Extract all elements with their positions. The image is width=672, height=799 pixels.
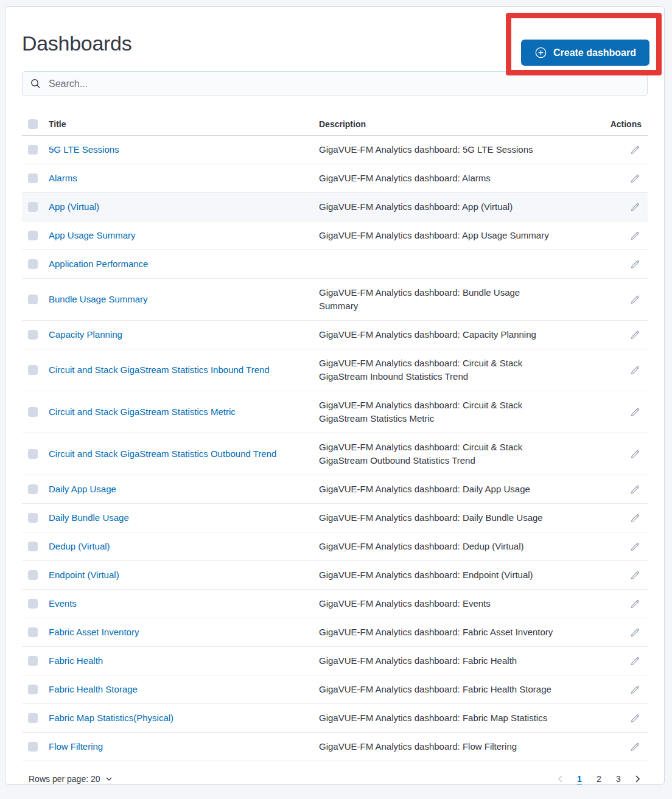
search-input[interactable] [47,78,639,90]
select-all-checkbox[interactable] [28,119,38,129]
actions-cell [592,742,648,752]
edit-pencil-icon[interactable] [630,145,640,155]
row-checkbox[interactable] [28,570,38,580]
dashboard-title-link[interactable]: App (Virtual) [49,201,99,212]
row-checkbox[interactable] [28,484,38,494]
dashboard-title-link[interactable]: Circuit and Stack GigaStream Statistics … [49,365,270,375]
row-checkbox[interactable] [28,713,38,723]
edit-pencil-icon[interactable] [630,365,640,375]
edit-pencil-icon[interactable] [630,449,640,459]
row-checkbox[interactable] [28,330,38,340]
dashboard-title-link[interactable]: Circuit and Stack GigaStream Statistics … [49,448,276,459]
row-checkbox[interactable] [28,295,38,304]
dashboard-title-link[interactable]: Endpoint (Virtual) [49,570,119,580]
actions-cell [592,330,648,340]
title-cell: Fabric Health [49,654,319,668]
dashboard-title-link[interactable]: Application Performance [49,259,148,269]
edit-pencil-icon[interactable] [630,484,640,495]
page-number-2[interactable]: 2 [592,771,606,785]
table-row: Fabric Health Storage GigaVUE-FM Analyti… [22,675,648,704]
rows-per-page-selector[interactable]: Rows per page: 20 [29,774,113,784]
dashboard-title-link[interactable]: Fabric Asset Inventory [49,627,139,637]
dashboard-title-link[interactable]: Alarms [49,173,77,183]
dashboard-title-link[interactable]: 5G LTE Sessions [49,144,119,155]
edit-pencil-icon[interactable] [630,407,640,417]
create-dashboard-button[interactable]: Create dashboard [521,40,649,66]
dashboard-description: GigaVUE-FM Analytics dashboard: App Usag… [319,229,592,242]
dashboard-title-link[interactable]: Fabric Health [49,655,103,666]
row-checkbox-cell [22,542,49,551]
edit-pencil-icon[interactable] [630,570,640,581]
table-body: 5G LTE Sessions GigaVUE-FM Analytics das… [22,136,648,761]
row-checkbox[interactable] [28,627,38,637]
row-checkbox[interactable] [28,542,38,551]
title-cell: Fabric Asset Inventory [49,626,319,639]
dashboard-description: GigaVUE-FM Analytics dashboard: Fabric M… [319,711,592,725]
row-checkbox[interactable] [28,231,38,240]
row-checkbox[interactable] [28,173,38,183]
actions-cell [592,295,648,305]
row-checkbox[interactable] [28,449,38,459]
title-cell: App (Virtual) [49,200,319,214]
dashboard-title-link[interactable]: Fabric Health Storage [49,684,138,694]
edit-pencil-icon[interactable] [630,656,640,666]
dashboard-title-link[interactable]: App Usage Summary [49,230,136,240]
edit-pencil-icon[interactable] [630,542,640,552]
dashboard-title-link[interactable]: Bundle Usage Summary [49,294,148,304]
search-bar [22,71,648,96]
row-checkbox[interactable] [28,513,38,523]
chevron-down-icon [105,775,113,783]
title-cell: Events [49,597,319,610]
dashboard-title-link[interactable]: Daily App Usage [49,484,116,494]
previous-page-button[interactable] [554,773,567,784]
title-cell: Alarms [49,172,319,185]
edit-pencil-icon[interactable] [630,713,640,724]
next-page-button[interactable] [631,773,644,784]
dashboard-description: GigaVUE-FM Analytics dashboard: Circuit … [319,357,592,383]
row-checkbox[interactable] [28,407,38,417]
row-checkbox[interactable] [28,202,38,212]
row-checkbox-cell [22,685,49,694]
edit-pencil-icon[interactable] [630,259,640,270]
row-checkbox[interactable] [28,599,38,609]
dashboard-title-link[interactable]: Circuit and Stack GigaStream Statistics … [49,406,236,417]
actions-cell [592,173,648,184]
dashboard-description: GigaVUE-FM Analytics dashboard: Fabric A… [319,626,592,639]
title-cell: Circuit and Stack GigaStream Statistics … [49,363,319,377]
edit-pencil-icon[interactable] [630,202,640,212]
dashboard-title-link[interactable]: Capacity Planning [49,329,122,340]
dashboard-description: GigaVUE-FM Analytics dashboard: Daily Ap… [319,483,592,496]
table-row: Events GigaVUE-FM Analytics dashboard: E… [22,590,648,618]
dashboard-description: GigaVUE-FM Analytics dashboard: Dedup (V… [319,540,592,553]
edit-pencil-icon[interactable] [630,513,640,523]
dashboard-description: GigaVUE-FM Analytics dashboard: Bundle U… [319,286,592,313]
row-checkbox[interactable] [28,656,38,666]
edit-pencil-icon[interactable] [630,330,640,340]
edit-pencil-icon[interactable] [630,231,640,241]
dashboard-title-link[interactable]: Fabric Map Statistics(Physical) [49,713,173,723]
edit-pencil-icon[interactable] [630,685,640,695]
edit-pencil-icon[interactable] [630,599,640,609]
dashboard-title-link[interactable]: Daily Bundle Usage [49,512,129,523]
row-checkbox[interactable] [28,742,38,752]
dashboard-title-link[interactable]: Dedup (Virtual) [49,541,110,551]
dashboard-title-link[interactable]: Flow Filtering [49,741,103,752]
page-number-3[interactable]: 3 [611,771,626,785]
edit-pencil-icon[interactable] [630,295,640,305]
row-checkbox-cell [22,513,49,523]
title-cell: Circuit and Stack GigaStream Statistics … [49,405,319,419]
edit-pencil-icon[interactable] [630,173,640,184]
dashboard-description: GigaVUE-FM Analytics dashboard: Alarms [319,172,592,185]
dashboard-description: GigaVUE-FM Analytics dashboard: Daily Bu… [319,511,592,525]
row-checkbox[interactable] [28,365,38,375]
table-row: Daily App Usage GigaVUE-FM Analytics das… [22,475,648,504]
dashboard-title-link[interactable]: Events [49,598,77,609]
page-number-1[interactable]: 1 [572,771,587,785]
edit-pencil-icon[interactable] [630,627,640,638]
row-checkbox[interactable] [28,685,38,694]
row-checkbox[interactable] [28,145,38,155]
page-header: Dashboards Create dashboard [22,30,648,57]
edit-pencil-icon[interactable] [630,742,640,752]
table-row: Fabric Map Statistics(Physical) GigaVUE-… [22,704,648,733]
row-checkbox[interactable] [28,259,38,269]
